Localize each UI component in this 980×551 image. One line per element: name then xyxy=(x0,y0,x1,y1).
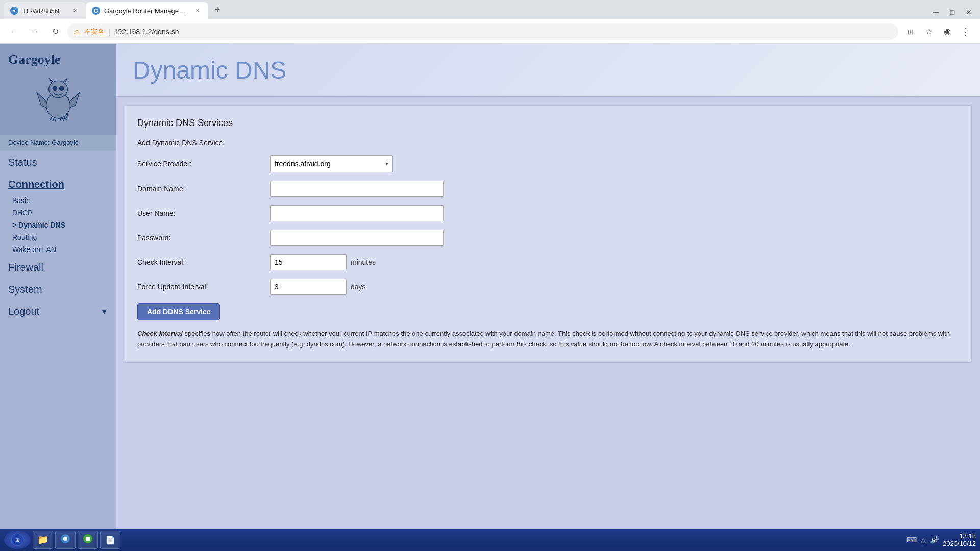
new-tab-button[interactable]: + xyxy=(210,3,225,17)
sidebar-item-basic[interactable]: Basic xyxy=(0,194,116,207)
start-icon: ⊞ xyxy=(10,533,24,547)
scroll-down-icon: ▼ xyxy=(100,307,108,316)
svg-point-7 xyxy=(63,537,67,541)
svg-point-2 xyxy=(53,86,57,90)
password-control xyxy=(270,230,515,246)
brand-title: Gargoyle xyxy=(8,52,108,67)
minimize-button[interactable]: ─ xyxy=(929,5,943,19)
sidebar-item-wake-on-lan[interactable]: Wake on LAN xyxy=(0,243,116,256)
section-title: Dynamic DNS Services xyxy=(137,118,959,129)
bookmark-button[interactable]: ☆ xyxy=(921,23,937,40)
add-ddns-service-button[interactable]: Add DDNS Service xyxy=(137,303,220,320)
menu-button[interactable]: ⋮ xyxy=(958,23,974,40)
reload-button[interactable]: ↻ xyxy=(47,23,63,40)
domain-name-label: Domain Name: xyxy=(137,185,270,193)
service-provider-select[interactable]: freedns.afraid.org dyndns.com no-ip.com … xyxy=(270,155,393,172)
back-button[interactable]: ← xyxy=(6,23,22,40)
clock-time: 13:18 xyxy=(943,532,976,540)
help-text: Check Interval specifies how often the r… xyxy=(137,329,959,350)
tab-1-favicon: ● xyxy=(10,7,18,15)
forward-button[interactable]: → xyxy=(27,23,43,40)
force-update-control: days xyxy=(270,279,515,295)
sidebar: Gargoyle xyxy=(0,44,116,529)
domain-name-input[interactable] xyxy=(270,181,444,197)
volume-icon: 🔊 xyxy=(930,536,939,544)
tab-bar: ● TL-WR885N × G Gargoyle Router Manageme… xyxy=(0,0,980,19)
maximize-button[interactable]: □ xyxy=(945,5,960,19)
page-title: Dynamic DNS xyxy=(133,56,964,84)
notepad-icon: 📄 xyxy=(105,535,115,545)
user-name-row: User Name: xyxy=(137,205,959,221)
force-update-row: Force Update Interval: days xyxy=(137,279,959,295)
check-interval-control: minutes xyxy=(270,254,515,270)
taskbar-clock: 13:18 2020/10/12 xyxy=(943,532,976,547)
sidebar-item-logout[interactable]: Logout ▼ xyxy=(0,299,116,321)
svg-rect-9 xyxy=(86,537,90,541)
user-name-label: User Name: xyxy=(137,209,270,217)
sidebar-item-routing[interactable]: Routing xyxy=(0,231,116,243)
sidebar-brand: Gargoyle xyxy=(0,44,116,135)
force-update-label: Force Update Interval: xyxy=(137,283,270,291)
service-provider-control: freedns.afraid.org dyndns.com no-ip.com … xyxy=(270,155,515,172)
main-content: Dynamic DNS Dynamic DNS Services Add Dyn… xyxy=(116,44,980,529)
user-name-control xyxy=(270,205,515,221)
address-separator: | xyxy=(108,28,110,36)
service-provider-row: Service Provider: freedns.afraid.org dyn… xyxy=(137,155,959,172)
window-controls: ─ □ ✕ xyxy=(929,5,976,19)
brand-logo xyxy=(33,71,84,122)
close-button[interactable]: ✕ xyxy=(962,5,976,19)
tab-2[interactable]: G Gargoyle Router Management × xyxy=(86,2,208,19)
keyboard-icon: ⌨ xyxy=(906,536,917,544)
force-update-unit: days xyxy=(351,283,366,291)
taskbar-item-explorer[interactable]: 📁 xyxy=(33,531,53,549)
password-input[interactable] xyxy=(270,230,444,246)
address-text: 192.168.1.2/ddns.sh xyxy=(114,28,179,36)
sidebar-item-status[interactable]: Status xyxy=(0,151,116,172)
browser-toolbar: ← → ↻ ⚠ 不安全 | 192.168.1.2/ddns.sh ⊞ ☆ ◉ … xyxy=(0,19,980,44)
profile-button[interactable]: ◉ xyxy=(939,23,955,40)
sidebar-item-firewall[interactable]: Firewall xyxy=(0,256,116,278)
tab-1-close[interactable]: × xyxy=(70,6,80,15)
help-text-body: specifies how often the router will chec… xyxy=(137,330,950,348)
address-bar[interactable]: ⚠ 不安全 | 192.168.1.2/ddns.sh xyxy=(67,23,898,40)
page-header: Dynamic DNS xyxy=(116,44,980,97)
service-provider-label: Service Provider: xyxy=(137,160,270,168)
domain-name-row: Domain Name: xyxy=(137,181,959,197)
tab-2-close[interactable]: × xyxy=(193,6,202,15)
taskbar-right: ⌨ △ 🔊 13:18 2020/10/12 xyxy=(906,532,976,547)
content-section: Dynamic DNS Services Add Dynamic DNS Ser… xyxy=(125,105,972,363)
device-name: Device Name: Gargoyle xyxy=(0,135,116,151)
check-interval-unit: minutes xyxy=(351,258,376,266)
sidebar-item-connection[interactable]: Connection xyxy=(0,172,116,194)
user-name-input[interactable] xyxy=(270,205,444,221)
sidebar-item-system[interactable]: System xyxy=(0,278,116,299)
clock-date: 2020/10/12 xyxy=(943,540,976,547)
service-provider-wrapper: freedns.afraid.org dyndns.com no-ip.com … xyxy=(270,155,393,172)
chrome-icon xyxy=(60,534,70,546)
check-interval-input[interactable] xyxy=(270,254,347,270)
domain-name-control xyxy=(270,181,515,197)
tab-2-favicon: G xyxy=(92,7,100,15)
taskbar: ⊞ 📁 📄 ⌨ xyxy=(0,529,980,551)
sidebar-item-dhcp[interactable]: DHCP xyxy=(0,207,116,219)
toolbar-right-icons: ⊞ ☆ ◉ ⋮ xyxy=(902,23,974,40)
help-text-italic: Check Interval xyxy=(137,330,183,337)
start-button[interactable]: ⊞ xyxy=(4,531,31,549)
taskbar-item-chrome[interactable] xyxy=(55,531,76,549)
add-service-label: Add Dynamic DNS Service: xyxy=(137,139,270,147)
chrome2-icon xyxy=(83,534,93,546)
tab-2-title: Gargoyle Router Management xyxy=(104,7,189,15)
taskbar-item-chrome2[interactable] xyxy=(78,531,98,549)
check-interval-label: Check Interval: xyxy=(137,258,270,266)
taskbar-item-notepad[interactable]: 📄 xyxy=(100,531,120,549)
add-service-row: Add Dynamic DNS Service: xyxy=(137,139,959,147)
translate-button[interactable]: ⊞ xyxy=(902,23,919,40)
notification-icon: △ xyxy=(921,536,926,544)
sidebar-item-dynamic-dns[interactable]: Dynamic DNS xyxy=(0,219,116,231)
force-update-input[interactable] xyxy=(270,279,347,295)
svg-point-3 xyxy=(60,86,64,90)
tab-1[interactable]: ● TL-WR885N × xyxy=(4,2,86,19)
page-content: Gargoyle xyxy=(0,44,980,529)
explorer-icon: 📁 xyxy=(37,534,48,545)
check-interval-row: Check Interval: minutes xyxy=(137,254,959,270)
